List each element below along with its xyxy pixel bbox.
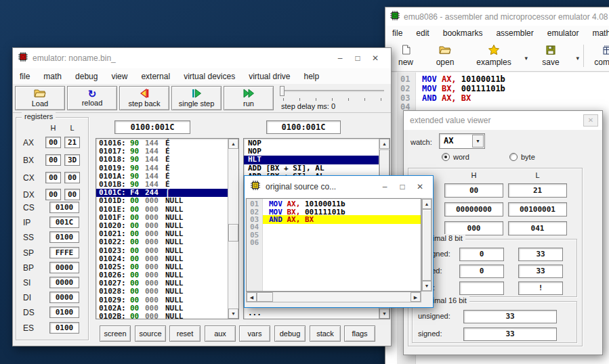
disasm-row[interactable]: NOP: [244, 147, 379, 156]
close-icon[interactable]: ✕: [366, 53, 384, 63]
scroll-down-icon[interactable]: ▼: [379, 309, 390, 319]
main-menu-bookmarks[interactable]: bookmarks: [436, 28, 490, 38]
viewer-titlebar[interactable]: extended value viewer: [404, 111, 602, 130]
memory-row[interactable]: 01019:90144É: [96, 164, 228, 173]
memory-row[interactable]: 01022:00000NULL: [96, 238, 228, 246]
source-vertical-scrollbar[interactable]: ▲ ▼: [421, 198, 432, 292]
scroll-right-icon[interactable]: ▶: [411, 292, 421, 302]
memory-address-field[interactable]: 0100:001C: [114, 120, 190, 134]
stack-button[interactable]: stack: [310, 325, 341, 342]
main-menu-emulator[interactable]: emulator: [541, 28, 586, 38]
register-cs-field[interactable]: 0100: [49, 202, 79, 213]
emu-menu-file[interactable]: file: [13, 72, 37, 81]
memory-row[interactable]: 0102B:00000NULL: [96, 313, 228, 319]
disasm-more-row[interactable]: ...: [248, 309, 261, 317]
code-line[interactable]: 03AND AX, BX: [247, 216, 421, 223]
signed8-h-field[interactable]: 0: [459, 265, 504, 278]
vars-button[interactable]: vars: [239, 325, 270, 342]
hex-h-field[interactable]: 00: [444, 183, 503, 198]
disasm-address-field[interactable]: 0100:001C: [266, 120, 341, 134]
maximize-icon[interactable]: □: [394, 182, 411, 191]
hex-l-field[interactable]: 21: [508, 183, 567, 198]
run-button[interactable]: run: [224, 86, 274, 110]
main-menu-assembler[interactable]: assembler: [489, 28, 540, 38]
code-line[interactable]: 03AND AX, BX: [397, 93, 609, 103]
scroll-thumb[interactable]: [422, 209, 432, 281]
memory-row[interactable]: 01028:00000NULL: [96, 288, 228, 296]
register-bx-l-field[interactable]: 3D: [64, 154, 80, 166]
emu-menu-view[interactable]: view: [104, 72, 134, 81]
maximize-icon[interactable]: □: [349, 53, 366, 63]
code-line[interactable]: 04: [247, 223, 421, 231]
memory-list[interactable]: 01016:90144É01017:90144É01018:90144É0101…: [96, 138, 239, 319]
reset-button[interactable]: reset: [169, 325, 201, 342]
memory-scrollbar[interactable]: ▲ ▼: [228, 139, 238, 319]
register-ax-l-field[interactable]: 21: [64, 137, 80, 148]
save-button[interactable]: save▾: [529, 42, 572, 70]
unsigned8-h-field[interactable]: 0: [459, 248, 504, 261]
watch-select[interactable]: AX ▼: [439, 133, 485, 149]
aux-button[interactable]: aux: [205, 325, 236, 342]
open-button[interactable]: open: [426, 42, 464, 70]
debug-button[interactable]: debug: [274, 325, 306, 342]
load-button[interactable]: Load: [15, 86, 65, 110]
chevron-down-icon[interactable]: ▾: [576, 55, 579, 62]
memory-row[interactable]: 01018:90144É: [96, 156, 228, 164]
scroll-up-icon[interactable]: ▲: [228, 139, 238, 149]
unsigned8-l-field[interactable]: 33: [518, 248, 563, 261]
register-sp-field[interactable]: FFFE: [49, 247, 79, 258]
compile-button[interactable]: compile: [589, 42, 609, 70]
minimize-icon[interactable]: –: [376, 182, 394, 191]
memory-row[interactable]: 01023:00000NULL: [96, 246, 228, 254]
reload-button[interactable]: ↻reload: [67, 86, 117, 110]
binary-l-field[interactable]: 00100001: [508, 202, 567, 217]
register-dx-l-field[interactable]: 00: [64, 189, 80, 200]
ascii-l-field[interactable]: !: [518, 281, 563, 295]
new-button[interactable]: new: [388, 42, 423, 70]
main-menu-edit[interactable]: edit: [409, 28, 436, 38]
flags-button[interactable]: flags: [344, 325, 375, 342]
unsigned16-field[interactable]: 33: [463, 310, 557, 323]
chevron-down-icon[interactable]: ▾: [524, 55, 528, 62]
memory-row[interactable]: 0101D:00000NULL: [96, 197, 228, 205]
scroll-thumb[interactable]: [228, 224, 238, 242]
emu-menu-debug[interactable]: debug: [68, 72, 104, 81]
emu-menu-external[interactable]: external: [134, 72, 177, 81]
main-window-titlebar[interactable]: emu8086 - assembler and microprocessor e…: [385, 7, 609, 26]
octal-h-field[interactable]: 000: [444, 221, 503, 235]
signed16-field[interactable]: 33: [463, 327, 557, 341]
ascii-h-field[interactable]: [459, 281, 504, 295]
byte-radio[interactable]: byte: [509, 153, 535, 161]
scroll-up-icon[interactable]: ▲: [422, 199, 432, 209]
register-dx-h-field[interactable]: 00: [45, 189, 61, 200]
emu-menu-virtual-drive[interactable]: virtual drive: [242, 72, 297, 81]
emu-menu-math[interactable]: math: [37, 72, 68, 81]
memory-row[interactable]: 01029:00000NULL: [96, 296, 228, 304]
register-bx-h-field[interactable]: 00: [45, 154, 61, 166]
scroll-down-icon[interactable]: ▼: [422, 281, 432, 291]
scroll-thumb[interactable]: [257, 292, 273, 302]
emu-menu-help[interactable]: help: [297, 72, 327, 81]
disasm-row[interactable]: ADD [BX + SI], AL: [244, 164, 379, 173]
register-bp-field[interactable]: 0000: [49, 262, 79, 273]
register-ax-h-field[interactable]: 00: [45, 137, 61, 148]
word-radio[interactable]: word: [442, 153, 469, 161]
register-ds-field[interactable]: 0100: [49, 306, 79, 318]
code-line[interactable]: 02MOV BX, 00111101b: [397, 84, 609, 93]
screen-button[interactable]: screen: [100, 325, 131, 342]
register-di-field[interactable]: 0000: [49, 292, 79, 303]
single-step-button[interactable]: single step: [171, 86, 222, 110]
code-line[interactable]: 01MOV AX, 10100011b: [397, 74, 609, 84]
register-es-field[interactable]: 0100: [49, 322, 79, 334]
emu-menu-virtual-devices[interactable]: virtual devices: [177, 72, 242, 81]
binary-h-field[interactable]: 00000000: [444, 202, 503, 217]
step-back-button[interactable]: step back: [119, 86, 169, 110]
register-si-field[interactable]: 0000: [49, 277, 79, 288]
code-line[interactable]: 05: [247, 231, 421, 239]
register-cx-l-field[interactable]: 00: [64, 172, 80, 183]
main-menu-math[interactable]: math: [585, 28, 609, 38]
octal-l-field[interactable]: 041: [508, 221, 567, 235]
register-ss-field[interactable]: 0100: [49, 231, 79, 243]
source-horizontal-scrollbar[interactable]: ◀ ▶: [246, 292, 421, 302]
scroll-up-icon[interactable]: ▲: [379, 139, 390, 149]
